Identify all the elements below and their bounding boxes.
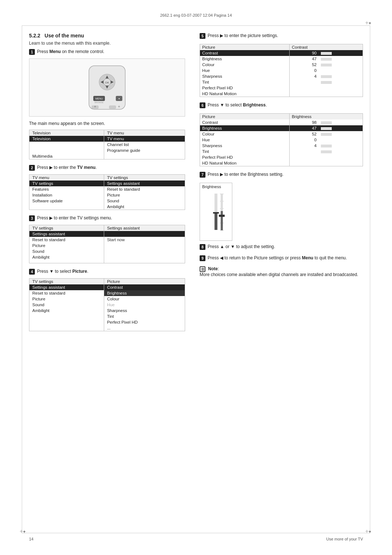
step-1: 1 Press Menu on the remote control. xyxy=(29,49,185,55)
main-menu-tv-menu: TV menu xyxy=(104,136,185,142)
svg-text:+: + xyxy=(94,104,96,109)
main-menu-header-left: Television xyxy=(29,130,104,136)
step-4-num: 4 xyxy=(29,269,35,275)
section-title: Use of the menu xyxy=(45,33,84,39)
note-label: Note xyxy=(208,266,218,271)
left-column: 5.2.2 Use of the menu Learn to use the m… xyxy=(29,33,185,526)
step-8-text: Press ▲ or ▼ to adjust the setting. xyxy=(208,244,275,250)
tv-settings-pic-header-right: Picture xyxy=(104,279,185,285)
step-7-num: 7 xyxy=(200,172,205,178)
tv-settings-header-left: TV settings xyxy=(29,225,104,231)
svg-rect-14 xyxy=(109,106,116,109)
svg-text:OK: OK xyxy=(105,81,109,84)
section-number: 5.2.2 xyxy=(29,33,40,39)
step-4: 4 Press ▼ to select Picture. xyxy=(29,268,185,275)
tv-settings-menu-table: TV settings Settings assistant Settings … xyxy=(29,225,185,263)
step-8-num: 8 xyxy=(200,244,205,250)
rule-bottom xyxy=(22,533,370,533)
step-8: 8 Press ▲ or ▼ to adjust the setting. xyxy=(200,244,363,250)
note-text: More choices come available when digital… xyxy=(200,272,358,277)
remote-image: OK MENU BROWSE ■ + + xyxy=(29,58,185,117)
step-3-num: 3 xyxy=(29,215,35,221)
step-7: 7 Press ▶ to enter the Brightness settin… xyxy=(200,171,363,178)
pic-contrast-header-right: Contrast xyxy=(289,44,363,50)
main-menu-header-right: TV menu xyxy=(104,130,185,136)
brightness-slider-box: Brightness xyxy=(200,183,232,241)
step-2-text: Press ▶ to enter the TV menu. xyxy=(37,165,97,171)
main-menu-television: Television xyxy=(29,136,104,142)
pic-brightness-header-right: Brightness xyxy=(289,114,363,120)
pic-contrast-header-left: Picture xyxy=(200,44,290,50)
screen-caption: The main menu appears on the screen. xyxy=(29,121,185,126)
picture-contrast-table: Picture Contrast Contrast 90 Brightness … xyxy=(200,44,363,97)
tv-menu-header-left: TV menu xyxy=(29,175,104,181)
svg-text:BROWSE: BROWSE xyxy=(95,101,104,104)
section-intro: Learn to use the menus with this example… xyxy=(29,41,185,46)
right-column: 5 Press ▶ to enter the picture settings.… xyxy=(200,33,363,526)
step-4-text: Press ▼ to select Picture. xyxy=(37,268,88,275)
note-icon: ☰ xyxy=(200,266,205,272)
page-header: 2662.1 eng 03-07-2007 12:04 Pagina 14 xyxy=(160,13,232,17)
main-menu-programme-guide: Programme guide xyxy=(104,147,185,153)
main-menu-multimedia: Multimedia xyxy=(29,153,104,159)
main-menu-table: Television TV menu Television TV menu Ch… xyxy=(29,130,185,159)
svg-text:MENU: MENU xyxy=(95,97,103,100)
step-5-num: 5 xyxy=(200,33,205,39)
svg-rect-25 xyxy=(219,215,225,217)
step-3-text: Press ▶ to enter the TV settings menu. xyxy=(37,215,112,221)
step-9-text: Press ◀ to return to the Picture setting… xyxy=(208,255,347,261)
step-2: 2 Press ▶ to enter the TV menu. xyxy=(29,165,185,171)
rule-top xyxy=(22,25,370,26)
crosshair-tr: + xyxy=(365,20,372,27)
step-1-num: 1 xyxy=(29,49,35,55)
tv-menu-header-right: TV settings xyxy=(104,175,185,181)
crosshair-bl: + xyxy=(20,528,27,535)
rule-right xyxy=(370,25,370,533)
step-6: 6 Press ▼ to select Brightness. xyxy=(200,102,363,108)
step-9: 9 Press ◀ to return to the Picture setti… xyxy=(200,255,363,261)
svg-text:+: + xyxy=(118,104,120,109)
step-9-num: 9 xyxy=(200,255,205,261)
pic-brightness-header-left: Picture xyxy=(200,114,290,120)
tv-menu-table: TV menu TV settings TV settings Settings… xyxy=(29,174,185,210)
note-box: ☰ Note: More choices come available when… xyxy=(200,266,363,277)
step-1-text: Press Menu on the remote control. xyxy=(37,49,104,55)
picture-brightness-table: Picture Brightness Contrast 98 Brightnes… xyxy=(200,113,363,166)
step-5-text: Press ▶ to enter the picture settings. xyxy=(208,33,278,39)
svg-rect-24 xyxy=(221,211,223,230)
main-content: 5.2.2 Use of the menu Learn to use the m… xyxy=(29,33,363,526)
footer-label: Use more of your TV xyxy=(326,537,363,541)
step-3: 3 Press ▶ to enter the TV settings menu. xyxy=(29,215,185,221)
crosshair-br: + xyxy=(365,528,372,535)
step-6-text: Press ▼ to select Brightness. xyxy=(208,102,267,108)
brightness-ticks xyxy=(200,183,233,241)
main-menu-channel-list: Channel list xyxy=(104,142,185,147)
rule-left xyxy=(22,25,22,533)
tv-settings-pic-header-left: TV settings xyxy=(29,279,104,285)
tv-settings-header-right: Settings assistant xyxy=(104,225,185,231)
step-2-num: 2 xyxy=(29,165,35,171)
step-6-num: 6 xyxy=(200,102,205,108)
tv-settings-picture-table: TV settings Picture Settings assistant C… xyxy=(29,278,185,331)
footer-page-number: 14 xyxy=(29,537,33,541)
svg-text:■: ■ xyxy=(118,97,119,100)
step-5: 5 Press ▶ to enter the picture settings. xyxy=(200,33,363,39)
step-7-text: Press ▶ to enter the Brightness setting. xyxy=(208,171,283,178)
